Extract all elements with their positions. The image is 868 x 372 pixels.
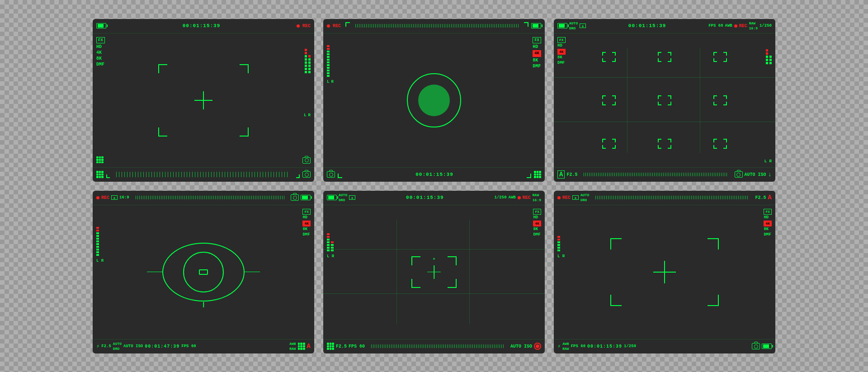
bottom-left-vf5: F2.5 FPS 60	[327, 343, 365, 350]
c8-tr	[668, 139, 671, 142]
c9-tr	[723, 139, 727, 142]
f5-tl	[411, 256, 420, 265]
bottom-bar-vf4: ⚡ F2.5 AUTO DRO AUTO ISO 00:01:47:39 FPS…	[93, 339, 314, 353]
rec-label: REC	[302, 24, 311, 28]
awb-raw-4: AWB RAW	[289, 342, 296, 351]
bracket-top-right	[521, 22, 528, 29]
top-bar-vf1: 00:01:15:39 REC	[93, 19, 314, 33]
viewfinder-6: REC ± AUTO DRO F2.5 A L	[554, 191, 775, 353]
ruler-top	[355, 24, 519, 28]
c8-br	[668, 145, 671, 149]
center-vf5: +	[323, 205, 545, 339]
exp-icon-5: ±	[349, 195, 355, 200]
exp-icon-4: ±	[111, 195, 118, 200]
lens-center-rect	[199, 269, 208, 275]
viewfinder-2: REC LR	[323, 19, 545, 182]
c6-tr	[723, 95, 727, 99]
cell-21	[637, 122, 692, 165]
center-vf4	[93, 205, 314, 339]
cell-20	[581, 122, 637, 165]
bracket-bl-2	[338, 171, 345, 178]
c7-bl	[602, 145, 606, 149]
top-left-vf5: AUTO DRO ±	[327, 193, 355, 202]
camera-icon-bottom	[302, 171, 311, 178]
battery-2	[531, 23, 541, 28]
top-bar-vf5: AUTO DRO ± 00:01:15:39 1/250 AWB REC RAW…	[323, 191, 545, 205]
cell-02	[693, 35, 748, 79]
lr-r3: L R	[764, 159, 772, 164]
c4-bl	[602, 102, 606, 105]
exposure-comp-icon: ±	[580, 24, 586, 28]
c6-tl	[713, 95, 717, 99]
exp-icon-6: ±	[572, 195, 579, 200]
c-br	[612, 58, 616, 62]
aperture-vf6-top: F2.5	[755, 195, 766, 200]
c6-br	[723, 102, 727, 105]
inner-ellipse	[183, 252, 224, 292]
center-vf6	[554, 205, 775, 339]
bottom-left-vf3: A F2.5	[557, 170, 577, 179]
sm-bracket-11	[658, 95, 671, 105]
sm-bracket-01	[658, 52, 671, 62]
raw-ratio-5: RAW 16:9	[533, 193, 541, 202]
c5-tr	[668, 95, 671, 99]
raw-ratio-vf3: RAW 16:9	[749, 21, 758, 30]
lf6-tl	[610, 238, 622, 250]
corner-tr	[240, 64, 249, 73]
rec-circle-5	[534, 343, 541, 350]
c6-bl	[713, 102, 717, 105]
a-vf4: A	[307, 343, 311, 350]
inner-circle	[418, 85, 450, 116]
rec-dot-inner-5	[536, 344, 539, 348]
cell-22	[693, 122, 748, 165]
c7-br	[612, 145, 616, 149]
battery-icon	[96, 23, 106, 28]
f5-bl	[411, 279, 420, 288]
rec-label-5: REC	[523, 195, 531, 200]
sm-bracket-12	[713, 95, 727, 105]
f5-br	[448, 279, 457, 288]
grid-5b	[327, 343, 334, 350]
top-left-vf4: REC ± 16:9	[96, 195, 129, 200]
timecode-vf1: 00:01:15:39	[183, 23, 221, 28]
c3-br	[723, 58, 727, 62]
ratio-vf4: 16:9	[119, 195, 129, 200]
bottom-left-vf4: ⚡ F2.5 AUTO DRO AUTO ISO 00:01:47:39 FPS…	[96, 342, 196, 351]
c2-tr	[668, 52, 671, 56]
aperture-vf4: F2.5	[101, 344, 111, 348]
c5-bl	[658, 102, 661, 105]
bottom-bar-vf3: A F2.5 AUTO ISO ↓	[554, 167, 775, 182]
c7-tl	[602, 139, 606, 142]
battery-6	[762, 344, 772, 349]
left-line	[147, 272, 163, 273]
rec-label-4: REC	[101, 195, 109, 200]
c8-bl	[658, 145, 661, 149]
c9-bl	[713, 145, 717, 149]
center-grid-vf3	[581, 35, 748, 165]
c-tr	[612, 52, 616, 56]
c2-bl	[658, 58, 661, 62]
exposure-vf3: 1/250	[760, 24, 772, 28]
sm-bracket-21	[658, 139, 671, 149]
bolt-vf6: ⚡	[557, 343, 561, 350]
viewfinder-1: 00:01:15:39 REC FX HD 4K 8K DMF	[93, 19, 314, 182]
right-line	[244, 272, 260, 273]
c2-br	[668, 58, 671, 62]
bolt-vf3: ↓	[768, 171, 772, 178]
bracket-br-2	[524, 171, 531, 178]
level-3	[766, 37, 772, 64]
top-right-vf5: 1/250 AWB REC RAW 16:9	[495, 193, 541, 202]
c-bl	[602, 58, 606, 62]
viewfinder-5: AUTO DRO ± 00:01:15:39 1/250 AWB REC RAW…	[323, 191, 545, 353]
sm-bracket-20	[602, 139, 616, 149]
bottom-right-vf4: AWB RAW A	[289, 342, 311, 351]
left-vf3: FX HD 4K 8K DMF	[557, 35, 566, 165]
corner-bottom-left	[106, 171, 113, 178]
right-vf3: L R	[764, 35, 772, 165]
top-bar-vf6: REC ± AUTO DRO F2.5 A	[554, 191, 775, 205]
rec-dot-4	[96, 196, 99, 199]
auto-dro-5: AUTO DRO	[339, 193, 347, 202]
outer-ellipse	[162, 243, 245, 301]
rec-dot-5	[518, 196, 521, 199]
bracket-top-left	[345, 22, 353, 29]
